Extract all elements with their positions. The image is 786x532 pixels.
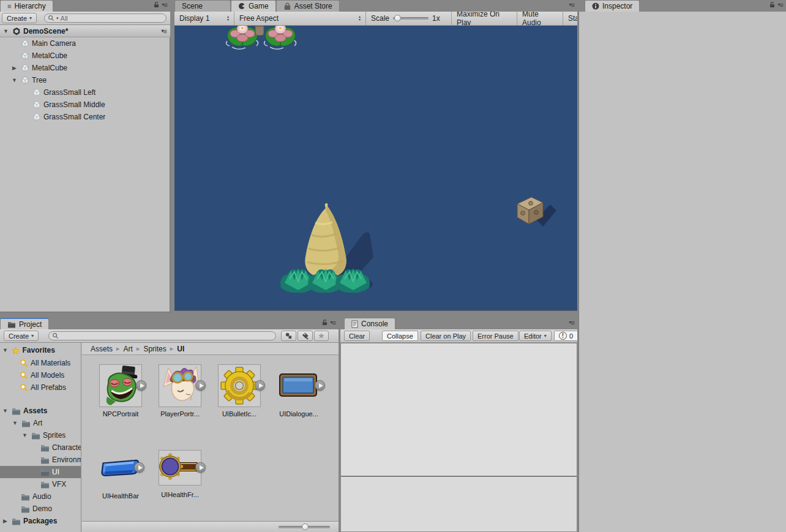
hierarchy-search-input[interactable]: ▾ All — [44, 13, 167, 23]
folder-demo[interactable]: Demo — [0, 503, 81, 515]
panel-menu-icon[interactable]: ▾≡ — [331, 319, 335, 326]
tab-inspector[interactable]: Inspector — [585, 0, 640, 12]
search-by-label-button[interactable] — [298, 331, 313, 341]
expander-collapsed-icon[interactable]: ▶ — [10, 65, 18, 71]
scale-slider[interactable] — [393, 17, 429, 20]
folder-assets[interactable]: ▼ Assets — [0, 405, 81, 417]
asset-label: UIHealthBar — [102, 492, 139, 500]
tab-game[interactable]: Game — [231, 0, 276, 12]
folder-environment[interactable]: Environment — [0, 454, 81, 466]
asset-thumbnail[interactable] — [277, 364, 320, 407]
lock-icon[interactable] — [321, 319, 328, 326]
tab-asset-store[interactable]: Asset Store — [276, 0, 340, 12]
aspect-dropdown[interactable]: Free Aspect ▴▾ — [234, 12, 366, 25]
folder-packages[interactable]: ▶ Packages — [0, 515, 81, 527]
expander-expanded-icon[interactable]: ▼ — [10, 77, 18, 83]
panel-menu-icon[interactable]: ▾≡ — [569, 1, 574, 9]
favorites-item-all-materials[interactable]: All Materials — [0, 357, 81, 369]
panel-menu-icon[interactable]: ▾≡ — [778, 1, 783, 9]
sprite-expand-icon[interactable] — [195, 380, 206, 391]
sprite-expand-icon[interactable] — [136, 380, 146, 391]
folder-characters[interactable]: Characters — [0, 441, 81, 454]
tab-project[interactable]: Project — [0, 318, 49, 329]
breadcrumb-separator-icon: ▸ — [116, 345, 120, 353]
tab-hierarchy[interactable]: ≡ Hierarchy — [0, 0, 53, 12]
asset-thumbnail[interactable] — [99, 364, 142, 407]
asset-item-npcportrait[interactable]: NPCPortrait — [91, 364, 150, 418]
folder-art[interactable]: ▼ Art — [0, 417, 81, 429]
breadcrumb-item-current[interactable]: UI — [177, 345, 184, 353]
mute-audio-button[interactable]: Mute Audio — [517, 12, 563, 25]
expander-expanded-icon[interactable]: ▼ — [1, 408, 9, 414]
favorites-filter-button[interactable]: ★ — [314, 331, 329, 341]
asset-item-uibulleticon[interactable]: UIBulletIc... — [210, 364, 269, 418]
game-viewport[interactable] — [174, 26, 577, 311]
favorites-item-all-models[interactable]: All Models — [0, 369, 81, 381]
sprite-expand-icon[interactable] — [195, 462, 206, 473]
asset-thumbnail[interactable] — [99, 446, 142, 489]
gameobject-icon — [21, 51, 29, 60]
breadcrumb-item[interactable]: Art — [124, 345, 133, 353]
thumbnail-size-slider[interactable] — [279, 526, 330, 528]
sprite-expand-icon[interactable] — [134, 462, 144, 473]
folder-ui[interactable]: UI — [0, 466, 81, 478]
hierarchy-create-button[interactable]: Create ▾ — [2, 13, 37, 23]
asset-thumbnail[interactable] — [159, 450, 201, 485]
error-pause-button[interactable]: Error Pause — [473, 331, 518, 341]
stats-button[interactable]: Stats — [563, 12, 577, 25]
clear-button[interactable]: Clear — [344, 331, 370, 341]
display-dropdown[interactable]: Display 1 ▴▾ — [174, 12, 234, 25]
sprite-expand-icon[interactable] — [255, 380, 265, 391]
hierarchy-item[interactable]: GrassSmall Left — [0, 86, 170, 99]
folder-audio[interactable]: Audio — [0, 490, 81, 503]
asset-item-playerportrait[interactable]: PlayerPortr... — [151, 364, 209, 418]
console-log-area[interactable] — [341, 343, 577, 477]
lock-icon[interactable] — [153, 1, 160, 9]
clear-on-play-button[interactable]: Clear on Play — [421, 331, 471, 341]
asset-thumbnail[interactable] — [218, 364, 261, 407]
sprite-expand-icon[interactable] — [315, 380, 325, 391]
tab-console[interactable]: Console — [344, 318, 395, 329]
panel-menu-icon[interactable]: ▾≡ — [162, 1, 167, 9]
asset-item-uihealthframe[interactable]: UIHealthFr... — [151, 446, 209, 498]
folder-vfx[interactable]: VFX — [0, 478, 81, 490]
asset-store-icon — [283, 2, 291, 10]
create-label: Create — [9, 332, 29, 340]
project-create-button[interactable]: Create ▾ — [4, 331, 39, 341]
asset-label: UIBulletIc... — [222, 410, 256, 418]
hierarchy-item[interactable]: GrassSmall Center — [0, 111, 170, 123]
warning-count-button[interactable]: ! 0 — [554, 331, 577, 341]
folder-icon — [40, 456, 50, 464]
scene-header-row[interactable]: ▼ DemoScene* ▾≡ — [0, 25, 170, 37]
panel-menu-icon[interactable]: ▾≡ — [569, 319, 574, 326]
expander-collapsed-icon[interactable]: ▶ — [1, 518, 9, 524]
collapse-button[interactable]: Collapse — [382, 331, 418, 341]
hierarchy-item[interactable]: GrassSmall Middle — [0, 99, 170, 111]
expander-expanded-icon[interactable]: ▼ — [21, 432, 29, 438]
expander-expanded-icon[interactable]: ▼ — [11, 420, 19, 426]
project-search-input[interactable] — [48, 331, 276, 340]
lock-icon[interactable] — [769, 1, 776, 9]
expander-expanded-icon[interactable]: ▼ — [1, 347, 9, 353]
asset-item-uihealthbar[interactable]: UIHealthBar — [91, 446, 150, 500]
favorites-item-all-prefabs[interactable]: All Prefabs — [0, 381, 81, 394]
folder-label: Demo — [32, 504, 52, 513]
expander-expanded-icon[interactable]: ▼ — [2, 28, 10, 34]
maximize-on-play-button[interactable]: Maximize On Play — [452, 12, 517, 25]
tab-scene[interactable]: Scene — [174, 0, 231, 12]
hierarchy-item[interactable]: MetalCube — [0, 50, 170, 62]
hierarchy-item[interactable]: ▼ Tree — [0, 74, 170, 86]
search-by-type-button[interactable] — [281, 331, 296, 341]
scene-menu-icon[interactable]: ▾≡ — [162, 28, 167, 35]
hierarchy-item[interactable]: ▶ MetalCube — [0, 62, 170, 74]
breadcrumb-item[interactable]: Assets — [91, 345, 113, 353]
favorites-root[interactable]: ▼ ★ Favorites — [0, 344, 81, 356]
asset-item-uidialogue[interactable]: UIDialogue... — [269, 364, 328, 418]
scale-slider-knob[interactable] — [394, 15, 401, 21]
editor-dropdown[interactable]: Editor ▾ — [519, 331, 552, 341]
hierarchy-item[interactable]: Main Camera — [0, 37, 170, 50]
thumbnail-size-knob[interactable] — [302, 523, 309, 530]
asset-thumbnail[interactable] — [159, 364, 201, 407]
breadcrumb-item[interactable]: Sprites — [143, 345, 166, 353]
folder-sprites[interactable]: ▼ Sprites — [0, 429, 81, 441]
